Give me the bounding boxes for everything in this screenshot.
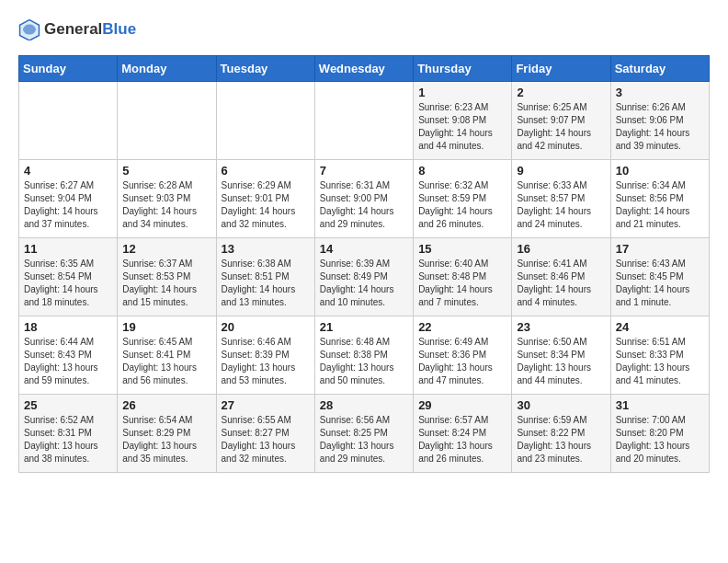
day-number: 2 [517, 86, 605, 99]
weekday-header-wednesday: Wednesday [314, 56, 413, 82]
day-number: 30 [517, 398, 605, 412]
day-cell: 24Sunrise: 6:51 AM Sunset: 8:33 PM Dayli… [610, 316, 709, 395]
logo-icon [18, 18, 40, 40]
day-cell: 13Sunrise: 6:38 AM Sunset: 8:51 PM Dayli… [216, 238, 314, 316]
day-number: 17 [616, 242, 704, 256]
day-info: Sunrise: 6:27 AM Sunset: 9:04 PM Dayligh… [24, 179, 112, 231]
day-number: 9 [517, 164, 605, 178]
day-number: 13 [222, 242, 310, 256]
day-info: Sunrise: 6:37 AM Sunset: 8:53 PM Dayligh… [122, 258, 210, 309]
weekday-header-monday: Monday [118, 56, 216, 82]
day-info: Sunrise: 6:32 AM Sunset: 8:59 PM Dayligh… [418, 179, 506, 231]
day-number: 1 [418, 86, 506, 99]
day-info: Sunrise: 6:56 AM Sunset: 8:25 PM Dayligh… [320, 414, 408, 465]
day-number: 6 [222, 164, 310, 178]
day-info: Sunrise: 6:54 AM Sunset: 8:29 PM Dayligh… [122, 414, 210, 465]
day-cell: 2Sunrise: 6:25 AM Sunset: 9:07 PM Daylig… [512, 82, 610, 160]
day-cell: 6Sunrise: 6:29 AM Sunset: 9:01 PM Daylig… [216, 160, 314, 238]
day-cell: 16Sunrise: 6:41 AM Sunset: 8:46 PM Dayli… [512, 238, 610, 316]
day-cell: 20Sunrise: 6:46 AM Sunset: 8:39 PM Dayli… [216, 316, 314, 395]
day-info: Sunrise: 6:23 AM Sunset: 9:08 PM Dayligh… [418, 101, 506, 153]
day-cell [314, 82, 413, 160]
day-cell: 25Sunrise: 6:52 AM Sunset: 8:31 PM Dayli… [19, 395, 118, 473]
day-info: Sunrise: 7:00 AM Sunset: 8:20 PM Dayligh… [616, 414, 704, 465]
day-cell: 8Sunrise: 6:32 AM Sunset: 8:59 PM Daylig… [414, 160, 512, 238]
day-cell: 4Sunrise: 6:27 AM Sunset: 9:04 PM Daylig… [19, 160, 118, 238]
day-info: Sunrise: 6:38 AM Sunset: 8:51 PM Dayligh… [222, 258, 310, 309]
day-number: 4 [24, 164, 112, 178]
weekday-header-saturday: Saturday [610, 56, 709, 82]
day-number: 23 [517, 320, 605, 334]
calendar-body: 1Sunrise: 6:23 AM Sunset: 9:08 PM Daylig… [19, 82, 710, 473]
day-number: 18 [24, 320, 112, 334]
week-row-1: 1Sunrise: 6:23 AM Sunset: 9:08 PM Daylig… [19, 82, 710, 160]
day-number: 12 [122, 242, 210, 256]
day-number: 26 [122, 398, 210, 412]
day-cell [216, 82, 314, 160]
day-cell: 15Sunrise: 6:40 AM Sunset: 8:48 PM Dayli… [414, 238, 512, 316]
day-cell: 31Sunrise: 7:00 AM Sunset: 8:20 PM Dayli… [610, 395, 709, 473]
day-cell: 7Sunrise: 6:31 AM Sunset: 9:00 PM Daylig… [314, 160, 413, 238]
day-info: Sunrise: 6:50 AM Sunset: 8:34 PM Dayligh… [517, 336, 605, 387]
weekday-header-thursday: Thursday [414, 56, 512, 82]
day-info: Sunrise: 6:52 AM Sunset: 8:31 PM Dayligh… [24, 414, 112, 465]
week-row-5: 25Sunrise: 6:52 AM Sunset: 8:31 PM Dayli… [19, 395, 710, 473]
page-header: GeneralBlue [18, 18, 710, 40]
day-info: Sunrise: 6:40 AM Sunset: 8:48 PM Dayligh… [418, 258, 506, 309]
day-cell: 10Sunrise: 6:34 AM Sunset: 8:56 PM Dayli… [610, 160, 709, 238]
week-row-2: 4Sunrise: 6:27 AM Sunset: 9:04 PM Daylig… [19, 160, 710, 238]
day-cell: 28Sunrise: 6:56 AM Sunset: 8:25 PM Dayli… [314, 395, 413, 473]
day-cell: 23Sunrise: 6:50 AM Sunset: 8:34 PM Dayli… [512, 316, 610, 395]
day-cell: 17Sunrise: 6:43 AM Sunset: 8:45 PM Dayli… [610, 238, 709, 316]
day-info: Sunrise: 6:25 AM Sunset: 9:07 PM Dayligh… [517, 101, 605, 153]
day-info: Sunrise: 6:57 AM Sunset: 8:24 PM Dayligh… [418, 414, 506, 465]
day-cell: 3Sunrise: 6:26 AM Sunset: 9:06 PM Daylig… [610, 82, 709, 160]
day-info: Sunrise: 6:51 AM Sunset: 8:33 PM Dayligh… [616, 336, 704, 387]
day-number: 11 [24, 242, 112, 256]
weekday-header-sunday: Sunday [19, 56, 118, 82]
day-number: 21 [320, 320, 408, 334]
day-info: Sunrise: 6:46 AM Sunset: 8:39 PM Dayligh… [222, 336, 310, 387]
day-info: Sunrise: 6:59 AM Sunset: 8:22 PM Dayligh… [517, 414, 605, 465]
day-info: Sunrise: 6:34 AM Sunset: 8:56 PM Dayligh… [616, 179, 704, 231]
day-info: Sunrise: 6:29 AM Sunset: 9:01 PM Dayligh… [222, 179, 310, 231]
day-cell: 27Sunrise: 6:55 AM Sunset: 8:27 PM Dayli… [216, 395, 314, 473]
day-info: Sunrise: 6:44 AM Sunset: 8:43 PM Dayligh… [24, 336, 112, 387]
day-cell: 1Sunrise: 6:23 AM Sunset: 9:08 PM Daylig… [414, 82, 512, 160]
weekday-row: SundayMondayTuesdayWednesdayThursdayFrid… [19, 56, 710, 82]
day-number: 28 [320, 398, 408, 412]
day-number: 20 [222, 320, 310, 334]
day-number: 16 [517, 242, 605, 256]
day-info: Sunrise: 6:55 AM Sunset: 8:27 PM Dayligh… [222, 414, 310, 465]
week-row-3: 11Sunrise: 6:35 AM Sunset: 8:54 PM Dayli… [19, 238, 710, 316]
day-info: Sunrise: 6:43 AM Sunset: 8:45 PM Dayligh… [616, 258, 704, 309]
day-info: Sunrise: 6:41 AM Sunset: 8:46 PM Dayligh… [517, 258, 605, 309]
day-number: 10 [616, 164, 704, 178]
day-cell: 12Sunrise: 6:37 AM Sunset: 8:53 PM Dayli… [118, 238, 216, 316]
day-number: 22 [418, 320, 506, 334]
logo-text-block: GeneralBlue [44, 20, 136, 39]
day-number: 5 [122, 164, 210, 178]
day-cell: 30Sunrise: 6:59 AM Sunset: 8:22 PM Dayli… [512, 395, 610, 473]
day-cell: 14Sunrise: 6:39 AM Sunset: 8:49 PM Dayli… [314, 238, 413, 316]
day-cell [118, 82, 216, 160]
day-info: Sunrise: 6:39 AM Sunset: 8:49 PM Dayligh… [320, 258, 408, 309]
calendar-header: SundayMondayTuesdayWednesdayThursdayFrid… [19, 56, 710, 82]
day-number: 14 [320, 242, 408, 256]
day-cell: 22Sunrise: 6:49 AM Sunset: 8:36 PM Dayli… [414, 316, 512, 395]
week-row-4: 18Sunrise: 6:44 AM Sunset: 8:43 PM Dayli… [19, 316, 710, 395]
day-cell: 29Sunrise: 6:57 AM Sunset: 8:24 PM Dayli… [414, 395, 512, 473]
day-cell: 26Sunrise: 6:54 AM Sunset: 8:29 PM Dayli… [118, 395, 216, 473]
day-cell: 18Sunrise: 6:44 AM Sunset: 8:43 PM Dayli… [19, 316, 118, 395]
day-number: 8 [418, 164, 506, 178]
day-cell: 19Sunrise: 6:45 AM Sunset: 8:41 PM Dayli… [118, 316, 216, 395]
day-cell: 9Sunrise: 6:33 AM Sunset: 8:57 PM Daylig… [512, 160, 610, 238]
day-number: 3 [616, 86, 704, 99]
day-number: 15 [418, 242, 506, 256]
day-info: Sunrise: 6:49 AM Sunset: 8:36 PM Dayligh… [418, 336, 506, 387]
day-info: Sunrise: 6:33 AM Sunset: 8:57 PM Dayligh… [517, 179, 605, 231]
day-info: Sunrise: 6:26 AM Sunset: 9:06 PM Dayligh… [616, 101, 704, 153]
day-number: 24 [616, 320, 704, 334]
day-info: Sunrise: 6:45 AM Sunset: 8:41 PM Dayligh… [122, 336, 210, 387]
day-number: 29 [418, 398, 506, 412]
